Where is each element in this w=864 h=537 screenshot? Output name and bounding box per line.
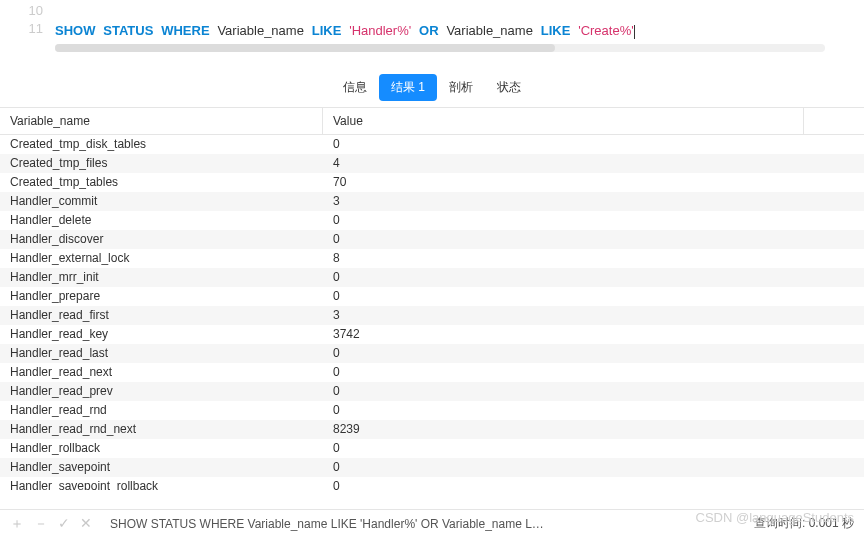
cell-variable-name: Handler_external_lock	[0, 249, 323, 268]
table-row[interactable]: Handler_discover0	[0, 230, 864, 249]
cell-variable-name: Handler_prepare	[0, 287, 323, 306]
table-row[interactable]: Handler_rollback0	[0, 439, 864, 458]
cell-variable-name: Created_tmp_disk_tables	[0, 135, 323, 154]
cell-value: 0	[323, 458, 864, 477]
table-row[interactable]: Handler_external_lock8	[0, 249, 864, 268]
cell-value: 0	[323, 477, 864, 490]
tab-result-1[interactable]: 结果 1	[379, 74, 437, 101]
apply-icon[interactable]: ✓	[58, 515, 70, 533]
cell-value: 0	[323, 287, 864, 306]
cell-value: 0	[323, 268, 864, 287]
cell-value: 8239	[323, 420, 864, 439]
table-row[interactable]: Handler_read_key3742	[0, 325, 864, 344]
cell-variable-name: Handler_read_rnd	[0, 401, 323, 420]
cancel-icon[interactable]: ✕	[80, 515, 92, 533]
sql-line[interactable]: SHOW STATUS WHERE Variable_name LIKE 'Ha…	[55, 20, 635, 40]
cell-value: 3	[323, 192, 864, 211]
cell-variable-name: Created_tmp_files	[0, 154, 323, 173]
cell-value: 3742	[323, 325, 864, 344]
cell-variable-name: Handler_read_next	[0, 363, 323, 382]
cell-variable-name: Handler_mrr_init	[0, 268, 323, 287]
tab-info[interactable]: 信息	[331, 74, 379, 101]
cell-variable-name: Handler_discover	[0, 230, 323, 249]
line-number: 10	[0, 2, 43, 20]
cell-variable-name: Handler_read_last	[0, 344, 323, 363]
cell-value: 0	[323, 363, 864, 382]
footer-query-time: 查询时间: 0.001 秒	[754, 515, 854, 532]
result-grid-header: Variable_name Value	[0, 107, 864, 135]
result-tabs: 信息 结果 1 剖析 状态	[0, 74, 864, 101]
cell-variable-name: Handler_read_first	[0, 306, 323, 325]
table-row[interactable]: Handler_read_prev0	[0, 382, 864, 401]
cell-value: 0	[323, 439, 864, 458]
table-row[interactable]: Created_tmp_disk_tables0	[0, 135, 864, 154]
column-header-spacer	[804, 108, 864, 134]
table-row[interactable]: Handler_read_last0	[0, 344, 864, 363]
table-row[interactable]: Handler_savepoint0	[0, 458, 864, 477]
table-row[interactable]: Created_tmp_files4	[0, 154, 864, 173]
table-row[interactable]: Handler_read_rnd_next8239	[0, 420, 864, 439]
cell-value: 0	[323, 401, 864, 420]
cell-variable-name: Handler_savepoint	[0, 458, 323, 477]
cell-variable-name: Handler_rollback	[0, 439, 323, 458]
cell-value: 0	[323, 211, 864, 230]
cell-value: 4	[323, 154, 864, 173]
result-grid-body[interactable]: Created_tmp_disk_tables0Created_tmp_file…	[0, 135, 864, 490]
column-header-name[interactable]: Variable_name	[0, 108, 323, 134]
cell-value: 0	[323, 230, 864, 249]
column-header-value[interactable]: Value	[323, 108, 804, 134]
scrollbar-thumb[interactable]	[55, 44, 555, 52]
cell-variable-name: Handler_read_rnd_next	[0, 420, 323, 439]
table-row[interactable]: Handler_read_next0	[0, 363, 864, 382]
footer-sql-echo: SHOW STATUS WHERE Variable_name LIKE 'Ha…	[110, 517, 754, 531]
line-number: 11	[0, 20, 43, 38]
table-row[interactable]: Handler_delete0	[0, 211, 864, 230]
code-area[interactable]: SHOW STATUS WHERE Variable_name LIKE 'Ha…	[55, 0, 635, 40]
cell-value: 0	[323, 135, 864, 154]
table-row[interactable]: Handler_mrr_init0	[0, 268, 864, 287]
cell-variable-name: Handler_savepoint_rollback	[0, 477, 323, 490]
status-bar: ＋ － ✓ ✕ SHOW STATUS WHERE Variable_name …	[0, 509, 864, 537]
cell-value: 0	[323, 344, 864, 363]
table-row[interactable]: Handler_commit3	[0, 192, 864, 211]
tab-profile[interactable]: 剖析	[437, 74, 485, 101]
table-row[interactable]: Handler_prepare0	[0, 287, 864, 306]
table-row[interactable]: Created_tmp_tables70	[0, 173, 864, 192]
cell-variable-name: Handler_read_key	[0, 325, 323, 344]
add-row-icon[interactable]: ＋	[10, 515, 24, 533]
table-row[interactable]: Handler_read_rnd0	[0, 401, 864, 420]
cell-variable-name: Handler_delete	[0, 211, 323, 230]
cell-value: 0	[323, 382, 864, 401]
cell-value: 8	[323, 249, 864, 268]
cell-variable-name: Handler_read_prev	[0, 382, 323, 401]
cell-value: 3	[323, 306, 864, 325]
table-row[interactable]: Handler_savepoint_rollback0	[0, 477, 864, 490]
delete-row-icon[interactable]: －	[34, 515, 48, 533]
cell-value: 70	[323, 173, 864, 192]
line-gutter: 10 11	[0, 0, 55, 40]
editor-horizontal-scrollbar[interactable]	[55, 44, 825, 52]
text-cursor	[634, 25, 635, 39]
sql-editor[interactable]: 10 11 SHOW STATUS WHERE Variable_name LI…	[0, 0, 864, 40]
cell-variable-name: Handler_commit	[0, 192, 323, 211]
table-row[interactable]: Handler_read_first3	[0, 306, 864, 325]
cell-variable-name: Created_tmp_tables	[0, 173, 323, 192]
tab-status[interactable]: 状态	[485, 74, 533, 101]
